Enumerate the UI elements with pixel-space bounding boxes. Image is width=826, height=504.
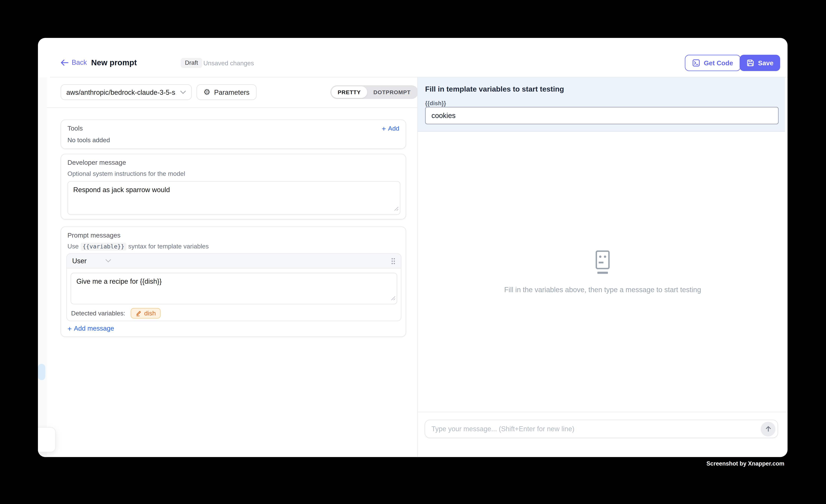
chat-message-input[interactable] [425,425,761,433]
page-title: New prompt [91,58,137,67]
get-code-button[interactable]: Get Code [685,55,741,71]
chat-empty-state: Fill in the variables above, then type a… [418,132,787,412]
prompt-messages-title: Prompt messages [67,232,399,239]
add-tool-label: Add [388,125,399,132]
plus-icon: + [381,125,386,132]
pencil-icon [135,310,141,317]
terminal-icon [692,59,700,67]
back-button[interactable]: Back [61,58,87,66]
developer-message-textarea[interactable]: Respond as jack sparrow would [67,181,400,215]
unsaved-changes-note: Unsaved changes [203,60,254,67]
gear-icon: ⚙ [203,88,211,96]
model-selector[interactable]: aws/anthropic/bedrock-claude-3-5-s... [61,84,192,100]
test-panel-title: Fill in template variables to start test… [425,85,564,93]
template-variables-panel: Fill in template variables to start test… [418,77,785,132]
detected-variables-label: Detected variables: [71,310,125,317]
save-label: Save [758,59,773,67]
plus-icon: + [67,325,72,332]
variable-value-input[interactable] [425,107,779,124]
prompt-messages-card: Prompt messages Use {{variable}} syntax … [61,227,406,337]
floppy-icon [747,59,754,67]
clipped-sidebar-strip [38,77,47,457]
chevron-down-icon [180,90,186,94]
arrow-left-icon [61,59,68,66]
tools-title: Tools [67,125,83,132]
toolbar-divider [47,107,417,108]
robot-face-icon [592,250,613,275]
sidebar-active-highlight[interactable] [38,364,45,380]
chevron-down-icon [106,259,111,263]
get-code-label: Get Code [704,59,733,67]
message-block: User Give me a recipe for {{dish}} [66,253,402,321]
chat-input-divider [418,412,787,412]
status-badge: Draft [181,58,202,68]
prompt-messages-subtitle: Use {{variable}} syntax for template var… [67,243,399,250]
developer-message-card: Developer message Optional system instru… [61,154,406,219]
role-selector[interactable]: User [72,257,111,265]
subtitle-suffix: syntax for template variables [128,243,209,250]
role-value: User [72,257,86,265]
variable-name-label: {{dish}} [425,100,446,106]
parameters-label: Parameters [214,88,250,96]
tools-empty-text: No tools added [67,136,399,144]
arrow-up-icon [765,425,771,432]
parameters-button[interactable]: ⚙ Parameters [196,84,256,100]
user-message-textarea[interactable]: Give me a recipe for {{dish}} [71,273,397,304]
subtitle-prefix: Use [67,243,79,250]
app-window: Back New prompt Draft Unsaved changes Ge… [38,38,787,457]
toggle-option-pretty[interactable]: PRETTY [331,86,367,98]
view-mode-toggle: PRETTY DOTPROMPT [330,85,418,99]
variable-badge-label: dish [144,310,156,317]
tools-card: Tools + Add No tools added [61,120,406,149]
chat-message-bar [425,420,778,438]
developer-message-title: Developer message [67,159,399,166]
model-selector-value: aws/anthropic/bedrock-claude-3-5-s... [66,88,176,96]
add-message-button[interactable]: + Add message [67,325,114,332]
developer-message-subtitle: Optional system instructions for the mod… [67,170,399,177]
toggle-option-dotprompt[interactable]: DOTPROMPT [367,86,417,98]
screenshot-stage: Back New prompt Draft Unsaved changes Ge… [0,0,826,504]
save-button[interactable]: Save [740,55,780,71]
variable-syntax-chip: {{variable}} [80,243,126,251]
xnapper-watermark: Screenshot by Xnapper.com [706,460,784,467]
add-message-label: Add message [74,325,114,332]
add-tool-button[interactable]: + Add [381,125,399,132]
clipped-popover [38,427,56,452]
empty-state-text: Fill in the variables above, then type a… [504,286,701,294]
send-button[interactable] [761,422,775,436]
variable-badge-dish[interactable]: dish [130,308,161,319]
back-label: Back [72,58,87,66]
message-header: User [67,254,401,269]
drag-handle-icon[interactable] [391,257,396,265]
